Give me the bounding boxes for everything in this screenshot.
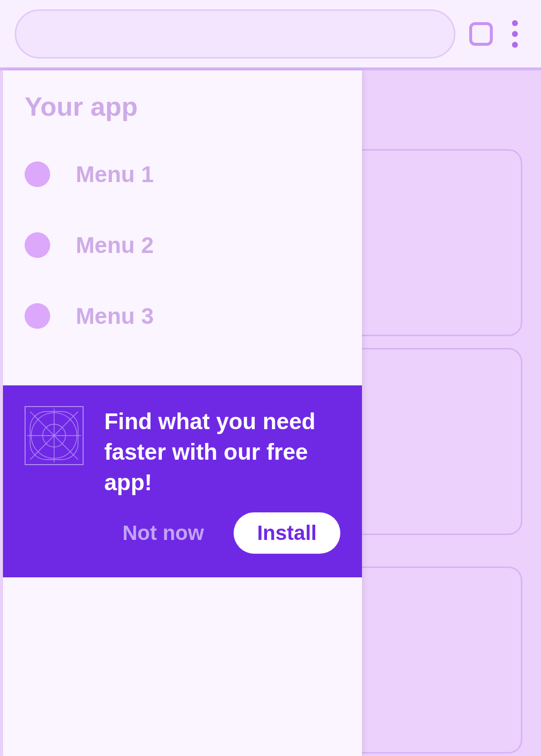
url-input[interactable] — [15, 9, 455, 59]
tabs-icon[interactable] — [469, 22, 493, 46]
menu-item-icon — [25, 232, 50, 258]
not-now-button[interactable]: Not now — [113, 516, 214, 550]
menu-item-2[interactable]: Menu 2 — [25, 232, 362, 258]
menu-item-icon — [25, 303, 50, 329]
install-button[interactable]: Install — [234, 512, 340, 554]
drawer-menu: Menu 1 Menu 2 Menu 3 — [3, 161, 362, 329]
menu-item-label: Menu 3 — [76, 303, 153, 329]
app-wireframe-icon — [25, 406, 84, 465]
menu-item-3[interactable]: Menu 3 — [25, 303, 362, 329]
menu-item-label: Menu 1 — [76, 161, 153, 188]
app-frame: Your app Menu 1 Menu 2 Menu 3 — [0, 0, 541, 756]
install-promo-banner: Find what you need faster with our free … — [3, 385, 362, 577]
menu-item-icon — [25, 161, 50, 187]
promo-message: Find what you need faster with our free … — [104, 406, 340, 498]
drawer-title: Your app — [3, 70, 362, 122]
menu-item-label: Menu 2 — [76, 232, 153, 258]
navigation-drawer: Your app Menu 1 Menu 2 Menu 3 — [3, 70, 362, 756]
menu-item-1[interactable]: Menu 1 — [25, 161, 362, 188]
browser-topbar — [0, 0, 541, 69]
more-menu-icon[interactable] — [507, 20, 526, 48]
